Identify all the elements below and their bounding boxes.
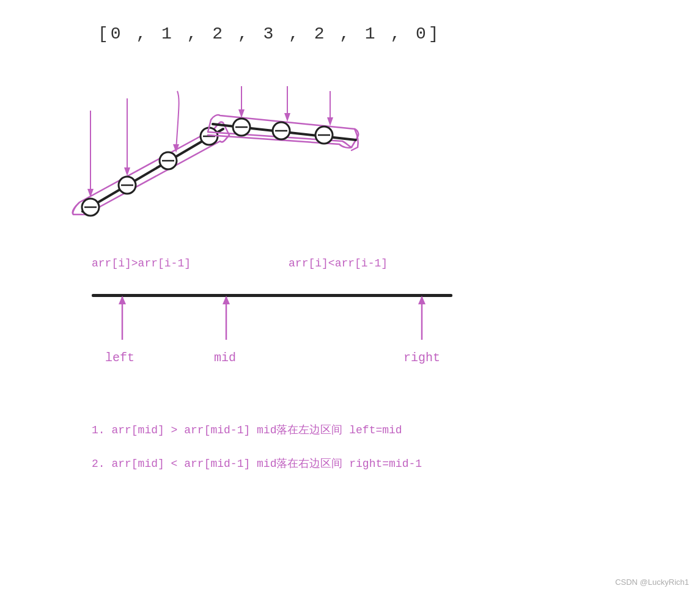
right-condition: arr[i]<arr[i-1] [289, 257, 388, 270]
svg-marker-10 [87, 189, 94, 197]
bullet-item-2: 2. arr[mid] < arr[mid-1] mid落在右边区间 right… [92, 456, 676, 472]
page-container: [0 , 1 , 2 , 3 , 2 , 1 , 0] [0, 0, 700, 594]
svg-marker-30 [223, 296, 230, 304]
condition-labels: arr[i]>arr[i-1] arr[i]<arr[i-1] [92, 257, 676, 270]
svg-marker-26 [327, 117, 333, 126]
svg-marker-24 [284, 113, 290, 122]
svg-marker-28 [119, 296, 126, 304]
main-diagram-svg [24, 50, 452, 257]
mid-pointer-text: mid [214, 351, 236, 365]
watermark: CSDN @LuckyRich1 [615, 578, 689, 587]
diagram-area [24, 50, 676, 257]
left-pointer-text: left [105, 351, 134, 365]
svg-marker-32 [418, 296, 426, 304]
divider-section: left mid right [92, 294, 459, 404]
left-condition: arr[i]>arr[i-1] [92, 257, 191, 270]
pointer-arrows-svg: left mid right [92, 291, 471, 398]
array-display: [0 , 1 , 2 , 3 , 2 , 1 , 0] [98, 24, 676, 43]
right-pointer-text: right [403, 351, 440, 365]
bullet-item-1: 1. arr[mid] > arr[mid-1] mid落在左边区间 left=… [92, 422, 676, 439]
bullets-section: 1. arr[mid] > arr[mid-1] mid落在左边区间 left=… [92, 422, 676, 472]
